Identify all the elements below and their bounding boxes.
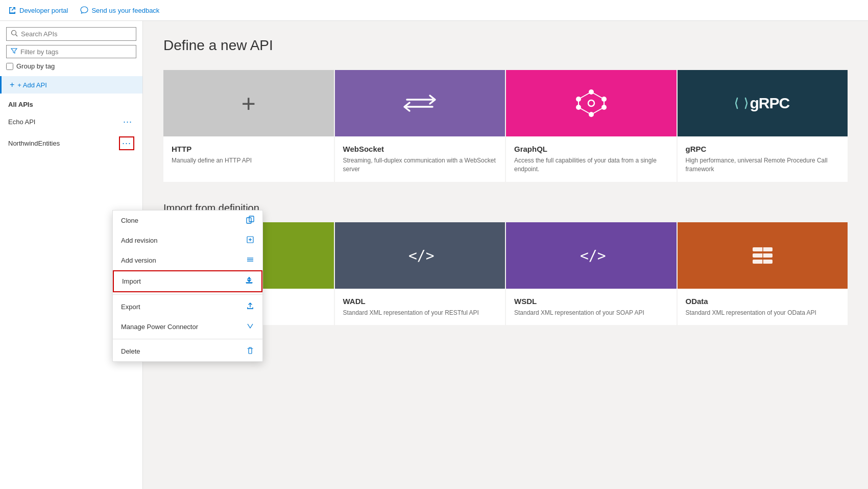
grpc-logo-left [735, 96, 748, 110]
ctx-manage-power-connector[interactable]: Manage Power Connector [113, 317, 262, 337]
api-card-wsdl[interactable]: </> WSDL Standard XML representation of … [506, 222, 677, 325]
api-card-websocket[interactable]: WebSocket Streaming, full-duplex communi… [335, 70, 505, 182]
grpc-card-body: gRPC High performance, universal Remote … [678, 136, 848, 182]
wsdl-icon-area: </> [506, 222, 677, 289]
ctx-import[interactable]: Import [113, 270, 262, 292]
sidebar-item-echo-api[interactable]: Echo API ··· [0, 111, 142, 132]
wsdl-card-body: WSDL Standard XML representation of your… [506, 289, 677, 325]
search-box [6, 27, 136, 41]
odata-icon [749, 241, 777, 269]
ctx-clone-label: Clone [121, 217, 138, 224]
delete-icon [246, 346, 254, 356]
svg-text:</>: </> [580, 247, 606, 264]
import-icon [245, 276, 253, 286]
feedback-link[interactable]: Send us your feedback [80, 6, 159, 14]
grpc-desc: High performance, universal Remote Proce… [686, 156, 840, 174]
ctx-delete[interactable]: Delete [113, 341, 262, 361]
ctx-divider-2 [113, 339, 262, 339]
group-by-checkbox[interactable] [6, 63, 13, 70]
filter-icon [11, 48, 17, 56]
ctx-clone[interactable]: Clone [113, 211, 262, 230]
filter-input[interactable] [20, 48, 132, 56]
grpc-title: gRPC [686, 145, 840, 153]
search-icon [11, 30, 18, 38]
developer-portal-link[interactable]: Developer portal [8, 6, 68, 14]
page-title: Define a new API [163, 37, 848, 54]
odata-desc: Standard XML representation of your ODat… [686, 309, 840, 317]
feedback-label: Send us your feedback [91, 7, 159, 14]
ctx-export-label: Export [121, 303, 140, 311]
group-by-label: Group by tag [16, 62, 55, 70]
odata-icon-area [678, 222, 848, 289]
websocket-desc: Streaming, full-duplex communication wit… [343, 156, 497, 174]
power-icon [246, 322, 254, 332]
svg-line-22 [578, 107, 591, 114]
wsdl-code-icon: </> [576, 243, 607, 268]
wadl-icon-area: </> [335, 222, 505, 289]
sidebar-item-northwind[interactable]: NorthwindEntities ··· [0, 132, 142, 154]
context-menu: Clone Add revision [112, 210, 263, 362]
websocket-arrows-icon [402, 90, 438, 116]
export-icon [246, 302, 254, 312]
svg-line-19 [591, 92, 604, 99]
api-card-odata[interactable]: OData Standard XML representation of you… [678, 222, 848, 325]
wsdl-title: WSDL [514, 297, 668, 306]
add-api-plus-icon: + [10, 80, 14, 89]
websocket-card-body: WebSocket Streaming, full-duplex communi… [335, 136, 505, 182]
ctx-add-version[interactable]: Add version [113, 250, 262, 270]
wadl-title: WADL [343, 297, 497, 306]
websocket-icon-area [335, 70, 505, 136]
developer-portal-label: Developer portal [19, 7, 68, 14]
echo-api-menu-btn[interactable]: ··· [121, 115, 134, 128]
add-api-button[interactable]: + + Add API [0, 76, 142, 94]
group-by-container: Group by tag [6, 62, 136, 70]
all-apis-label: All APIs [8, 101, 33, 108]
graphql-icon [576, 88, 607, 119]
version-icon [246, 255, 254, 265]
api-card-graphql[interactable]: GraphQL Access the full capabilities of … [506, 70, 677, 182]
feedback-icon [80, 6, 88, 14]
define-api-grid: + HTTP Manually define an HTTP API WebSo… [163, 70, 848, 182]
websocket-title: WebSocket [343, 145, 497, 153]
wsdl-desc: Standard XML representation of your SOAP… [514, 309, 668, 317]
ctx-delete-label: Delete [121, 347, 140, 355]
http-title: HTTP [172, 145, 326, 153]
import-section-title: Import from definition [163, 202, 848, 214]
svg-line-21 [591, 107, 604, 114]
api-card-grpc[interactable]: gRPC gRPC High performance, universal Re… [678, 70, 848, 182]
northwind-api-name: NorthwindEntities [8, 139, 60, 147]
svg-line-1 [16, 35, 18, 37]
grpc-text: gRPC [750, 95, 789, 112]
odata-title: OData [686, 297, 840, 306]
http-icon-area: + [163, 70, 334, 136]
http-desc: Manually define an HTTP API [172, 156, 326, 165]
wadl-code-icon: </> [404, 243, 435, 268]
api-card-http[interactable]: + HTTP Manually define an HTTP API [163, 70, 334, 182]
revision-icon [246, 236, 254, 245]
northwind-menu-btn[interactable]: ··· [119, 136, 134, 150]
odata-card-body: OData Standard XML representation of you… [678, 289, 848, 325]
ctx-add-version-label: Add version [121, 257, 156, 264]
clone-icon [246, 216, 254, 225]
ctx-import-label: Import [122, 277, 141, 285]
sidebar: Group by tag + + Add API All APIs Echo A… [0, 21, 143, 489]
ctx-add-revision[interactable]: Add revision [113, 230, 262, 250]
search-input[interactable] [21, 30, 132, 38]
ctx-add-revision-label: Add revision [121, 237, 158, 244]
top-bar: Developer portal Send us your feedback [0, 0, 868, 21]
graphql-card-body: GraphQL Access the full capabilities of … [506, 136, 677, 182]
svg-point-18 [588, 100, 594, 106]
wadl-card-body: WADL Standard XML representation of your… [335, 289, 505, 325]
svg-point-0 [12, 31, 16, 35]
ctx-export[interactable]: Export [113, 297, 262, 317]
external-link-icon [8, 6, 16, 14]
ctx-manage-power-label: Manage Power Connector [121, 323, 198, 331]
api-card-wadl[interactable]: </> WADL Standard XML representation of … [335, 222, 505, 325]
all-apis-section: All APIs [0, 98, 142, 111]
http-card-body: HTTP Manually define an HTTP API [163, 136, 334, 173]
http-plus-icon: + [242, 89, 256, 118]
grpc-icon-area: gRPC [678, 70, 848, 136]
ctx-divider-1 [113, 294, 262, 295]
graphql-title: GraphQL [514, 145, 668, 153]
graphql-desc: Access the full capabilities of your dat… [514, 156, 668, 174]
